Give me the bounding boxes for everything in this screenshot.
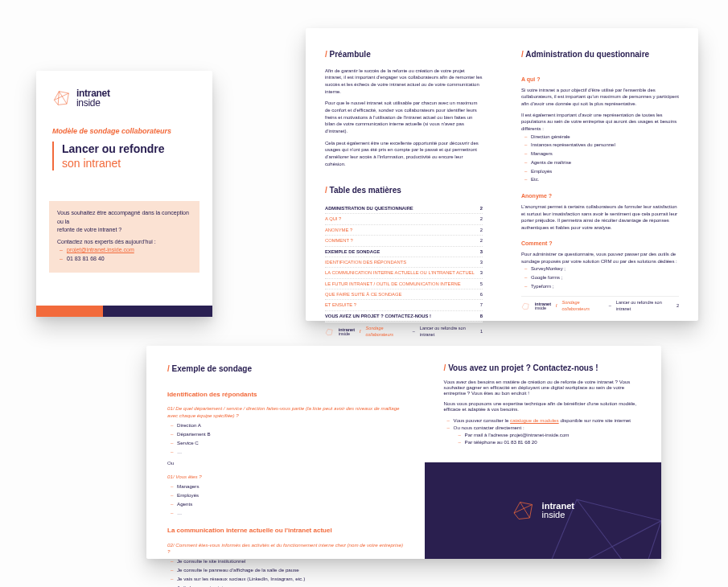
contact-email[interactable]: projet@intranet-inside.com bbox=[67, 247, 134, 252]
list-item: Typeform ; bbox=[531, 282, 679, 291]
preambule-heading: Préambule bbox=[325, 49, 483, 61]
list-item: Direction A bbox=[177, 421, 404, 430]
list-item: Instances représentatives du personnel bbox=[531, 141, 679, 150]
brand-panel: intranet inside bbox=[425, 462, 661, 559]
spread-bottom: Exemple de sondage Identification des ré… bbox=[146, 346, 661, 559]
toc-row: ADMINISTRATION DU QUESTIONNAIRE2 bbox=[325, 203, 483, 214]
cover-page: intranet inside Modèle de sondage collab… bbox=[36, 71, 212, 317]
toc-row: QUE FAIRE SUITE À CE SONDAGE6 bbox=[325, 289, 483, 300]
page-example: Exemple de sondage Identification des ré… bbox=[146, 346, 425, 559]
logo-icon bbox=[512, 499, 536, 523]
list-item: Je vais sur les réseaux sociaux (LinkedI… bbox=[177, 575, 404, 584]
page-preambule: Préambule Afin de garantir le succès de … bbox=[306, 28, 502, 321]
list-item: … bbox=[177, 448, 404, 457]
kicker: Modèle de sondage collaborateurs bbox=[52, 127, 196, 135]
logo-icon bbox=[325, 327, 334, 337]
list-item: Je consulte le site institutionnel bbox=[177, 557, 404, 566]
admin-heading: Administration du questionnaire bbox=[521, 49, 679, 61]
page-cta: Vous avez un projet ? Contactez-nous ! V… bbox=[425, 346, 661, 559]
list-item: Agents de maîtrise bbox=[531, 158, 679, 167]
toc-row: LE FUTUR INTRANET / OUTIL DE COMMUNICATI… bbox=[325, 279, 483, 289]
contact-box: Vous souhaitez être accompagné dans la c… bbox=[49, 201, 199, 273]
toc-row: ET ENSUITE ?7 bbox=[325, 300, 483, 310]
list-item: Employés bbox=[177, 491, 404, 500]
toc-row: A QUI ?2 bbox=[325, 214, 483, 224]
list-item: Département B bbox=[177, 430, 404, 439]
toc-row: VOUS AVEZ UN PROJET ? CONTACTEZ-NOUS !8 bbox=[325, 311, 483, 322]
page-footer: intranetinside / Sondage collaborateurs … bbox=[325, 322, 483, 339]
toc-row: COMMENT ?2 bbox=[325, 236, 483, 246]
list-item: Agents bbox=[177, 500, 404, 509]
list-item: Direction générale bbox=[531, 133, 679, 142]
toc-heading: Table des matières bbox=[325, 185, 483, 197]
list-item: Managers bbox=[531, 150, 679, 158]
page-footer: intranetinside / Sondage collaborateurs … bbox=[521, 296, 679, 313]
toc-row: IDENTIFICATION DES RÉPONDANTS3 bbox=[325, 257, 483, 268]
brand-logo: intranet inside bbox=[52, 88, 196, 108]
list-item: Je consulte le panneau d'affichage de la… bbox=[177, 566, 404, 575]
list-item: … bbox=[177, 509, 404, 518]
toc-list: ADMINISTRATION DU QUESTIONNAIRE2A QUI ?2… bbox=[325, 203, 483, 322]
example-heading: Exemple de sondage bbox=[167, 363, 404, 376]
list-item: Service C bbox=[177, 439, 404, 448]
cover-footer-band bbox=[36, 306, 212, 317]
cover-title-line2: son intranet bbox=[52, 156, 196, 170]
cover-title-line1: Lancer ou refondre bbox=[52, 142, 196, 156]
catalogue-link[interactable]: catalogue de modules bbox=[510, 417, 559, 423]
list-item: Etc. bbox=[531, 175, 679, 184]
list-item: Managers bbox=[177, 482, 404, 491]
list-item: Google forms ; bbox=[531, 273, 679, 282]
toc-row: ANONYME ?2 bbox=[325, 225, 483, 236]
list-item: Je lis le magazine interne bbox=[177, 584, 404, 587]
toc-row: EXEMPLE DE SONDAGE3 bbox=[325, 247, 483, 257]
list-item: Employés bbox=[531, 167, 679, 176]
cta-heading: Vous avez un projet ? Contactez-nous ! bbox=[444, 363, 642, 372]
contact-phone: 01 83 81 68 40 bbox=[57, 255, 191, 264]
logo-icon bbox=[52, 88, 72, 108]
list-item: SurveyMonkey ; bbox=[531, 265, 679, 273]
spread-top: Préambule Afin de garantir le succès de … bbox=[306, 28, 698, 321]
page-admin: Administration du questionnaire A qui ? … bbox=[502, 28, 698, 321]
logo-icon bbox=[521, 302, 530, 311]
toc-row: LA COMMUNICATION INTERNE ACTUELLE OU L'I… bbox=[325, 268, 483, 278]
